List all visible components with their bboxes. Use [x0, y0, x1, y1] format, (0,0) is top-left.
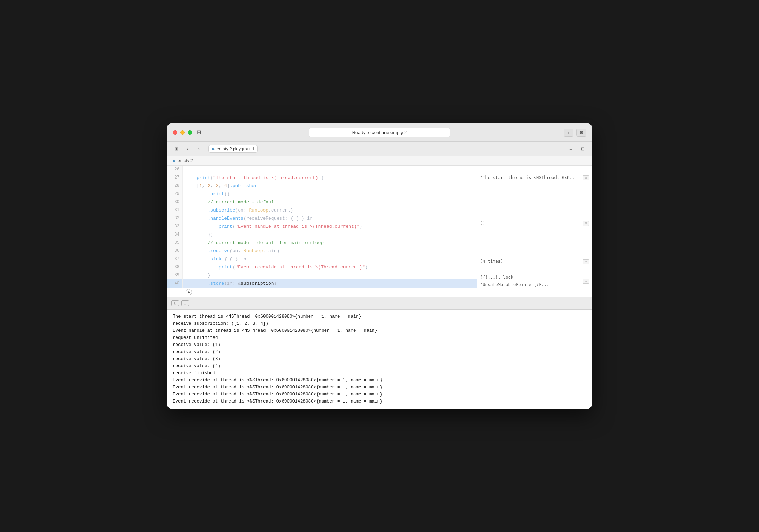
playground-tab[interactable]: ▶ empty 2.playground	[208, 145, 258, 153]
result-row-32	[477, 212, 592, 219]
console-expand-icon[interactable]: ⊡	[181, 300, 189, 306]
line-num-27: 27	[167, 174, 183, 182]
console-line-12: Event recevide at thread is <NSThread: 0…	[173, 391, 586, 398]
file-header: ▶ empty 2	[167, 156, 592, 166]
result-text-40: {{{...}, lock "UnsafeMutablePointer(7F..…	[480, 274, 581, 289]
tab-label: empty 2.playground	[217, 146, 254, 151]
main-window: ⊞ Ready to continue empty 2 + ⊞ ⊞ ‹ › ▶ …	[167, 123, 592, 409]
split-view-icon[interactable]: ⊡	[578, 145, 588, 153]
tab-playground-icon: ▶	[212, 146, 215, 151]
line-content-32: .handleEvents(receiveRequest: { (_) in	[183, 214, 313, 222]
line-num-28: 28	[167, 182, 183, 190]
console-line-3: Event handle at thread is <NSThread: 0x6…	[173, 327, 586, 334]
sidebar-toggle-icon[interactable]: ⊞	[196, 129, 206, 137]
line-content-34: })	[183, 231, 213, 239]
result-row-40: {{{...}, lock "UnsafeMutablePointer(7F..…	[477, 273, 592, 289]
code-line-26: 26	[167, 166, 477, 174]
line-content-39: }	[183, 271, 210, 279]
code-line-38: 38 print("Event recevide at thread is \(…	[167, 263, 477, 271]
forward-icon[interactable]: ›	[194, 145, 204, 153]
results-panel: "The start thread is <NSThread: 0x6... ⊡…	[477, 166, 592, 297]
result-row-29	[477, 190, 592, 197]
result-row-36	[477, 243, 592, 250]
result-text-38: (4 times)	[480, 258, 503, 265]
line-content-36: .receive(on: RunLoop.main)	[183, 247, 279, 255]
file-type-icon: ▶	[173, 158, 176, 163]
line-content-28: [1, 2, 3, 4].publisher	[183, 182, 257, 190]
line-num-31: 31	[167, 206, 183, 214]
line-num-40: 40	[167, 279, 183, 288]
run-btn-line: ▶	[167, 288, 477, 297]
traffic-lights	[173, 130, 192, 135]
line-num-35: 35	[167, 239, 183, 247]
code-line-36: 36 .receive(on: RunLoop.main)	[167, 247, 477, 255]
line-num-37: 37	[167, 255, 183, 263]
code-line-31: 31 .subscribe(on: RunLoop.current)	[167, 206, 477, 214]
line-content-30: // current mode - default	[183, 198, 276, 206]
line-num-30: 30	[167, 198, 183, 206]
result-row-34	[477, 228, 592, 235]
result-copy-icon-27[interactable]: ⊡	[583, 175, 589, 180]
line-num-26: 26	[167, 166, 183, 174]
content-area: 26 27 print("The start thread is \(Threa…	[167, 166, 592, 409]
code-line-37: 37 .sink { (_) in	[167, 255, 477, 263]
close-button[interactable]	[173, 130, 177, 135]
code-line-40: 40 .store(in: &subscription)	[167, 279, 477, 288]
line-num-34: 34	[167, 231, 183, 239]
result-row-31	[477, 204, 592, 212]
result-copy-icon-33[interactable]: ⊡	[583, 221, 589, 226]
code-line-29: 29 .print()	[167, 190, 477, 198]
console-line-5: receive value: (1)	[173, 341, 586, 348]
maximize-button[interactable]	[188, 130, 192, 135]
console-line-4: request unlimited	[173, 334, 586, 341]
list-view-icon[interactable]: ≡	[566, 145, 576, 153]
result-copy-icon-38[interactable]: ⊡	[583, 259, 589, 264]
add-tab-button[interactable]: +	[564, 129, 573, 137]
toggle-sidebar-button[interactable]: ⊞	[576, 129, 586, 137]
console-line-6: receive value: (2)	[173, 348, 586, 355]
result-row-30	[477, 197, 592, 204]
title-bar-right: + ⊞	[564, 129, 586, 137]
line-content-38: print("Event recevide at thread is \(Thr…	[183, 263, 368, 271]
console-line-7: receive value: (3)	[173, 355, 586, 363]
line-content-27: print("The start thread is \(Thread.curr…	[183, 174, 324, 182]
console-line-1: The start thread is <NSThread: 0x6000014…	[173, 313, 586, 320]
result-row-26	[477, 166, 592, 174]
line-content-29: .print()	[183, 190, 230, 198]
result-row-39	[477, 266, 592, 273]
console-line-9: receive finished	[173, 370, 586, 377]
console-collapse-icon[interactable]: ⊟	[171, 300, 179, 306]
code-line-39: 39 }	[167, 271, 477, 279]
title-display: Ready to continue empty 2	[309, 128, 450, 137]
code-container: 26 27 print("The start thread is \(Threa…	[167, 166, 592, 297]
address-bar-container: Ready to continue empty 2	[309, 128, 450, 137]
line-num-39: 39	[167, 271, 183, 279]
back-icon[interactable]: ‹	[183, 145, 193, 153]
file-name: empty 2	[178, 158, 193, 163]
code-line-34: 34 })	[167, 231, 477, 239]
console-line-10: Event recevide at thread is <NSThread: 0…	[173, 377, 586, 384]
console-line-11: Event recevide at thread is <NSThread: 0…	[173, 384, 586, 391]
result-text-27: "The start thread is <NSThread: 0x6...	[480, 174, 577, 181]
line-content-33: print("Event handle at thread is \(Threa…	[183, 222, 362, 231]
minimize-button[interactable]	[180, 130, 185, 135]
run-button[interactable]: ▶	[186, 289, 192, 295]
code-line-33: 33 print("Event handle at thread is \(Th…	[167, 222, 477, 231]
console-line-2: receive subscription: ([1, 2, 3, 4])	[173, 320, 586, 327]
code-line-28: 28 [1, 2, 3, 4].publisher	[167, 182, 477, 190]
console-line-13: Event recevide at thread is <NSThread: 0…	[173, 398, 586, 405]
result-copy-icon-40[interactable]: ⊡	[583, 279, 589, 284]
line-content-26	[183, 166, 186, 174]
code-line-30: 30 // current mode - default	[167, 198, 477, 206]
grid-icon[interactable]: ⊞	[171, 145, 181, 153]
code-line-35: 35 // current mode - default for main ru…	[167, 239, 477, 247]
line-num-32: 32	[167, 214, 183, 222]
code-editor[interactable]: 26 27 print("The start thread is \(Threa…	[167, 166, 477, 297]
line-num-36: 36	[167, 247, 183, 255]
result-text-33: ()	[480, 220, 485, 227]
result-row-33: () ⊡	[477, 219, 592, 228]
line-num-29: 29	[167, 190, 183, 198]
code-line-27: 27 print("The start thread is \(Thread.c…	[167, 174, 477, 182]
code-line-32: 32 .handleEvents(receiveRequest: { (_) i…	[167, 214, 477, 222]
console-area: The start thread is <NSThread: 0x6000014…	[167, 310, 592, 409]
